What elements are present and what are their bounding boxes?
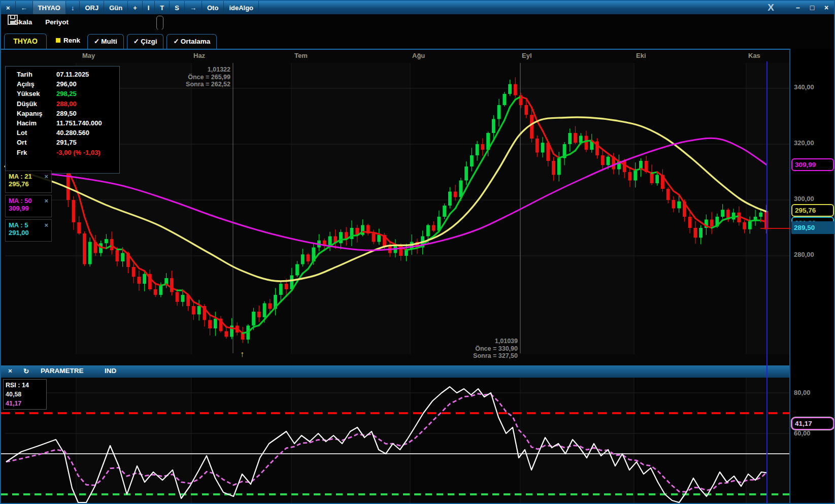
- idealgo-button[interactable]: ideAlgo: [224, 1, 259, 14]
- crosshair-cursor-line: [766, 61, 767, 504]
- main-toolbar: Skala Periyot: [1, 14, 834, 30]
- rsi-signal-value: 41,17: [6, 399, 44, 408]
- indicator-refresh-icon[interactable]: ↻: [23, 367, 29, 375]
- info-row: Frk-3,00 (% -1,03): [6, 148, 119, 157]
- t-button[interactable]: T: [155, 1, 170, 14]
- info-row: Yüksek298,25: [6, 89, 119, 98]
- price-chart-panel[interactable]: MayHazTemAğuEylEkiKas ↑ Tarih07.11.2025A…: [1, 49, 789, 366]
- price-tick: 280,00: [794, 251, 814, 258]
- close-window-icon[interactable]: ×: [1, 1, 16, 14]
- rsi-legend: RSI : 14 40,58 41,17: [3, 379, 47, 410]
- tab-thyao[interactable]: THYAO: [4, 33, 47, 49]
- legend-close-icon[interactable]: ×: [44, 221, 48, 229]
- rsi-chart[interactable]: [1, 378, 789, 504]
- info-row: Tarih07.11.2025: [6, 70, 119, 79]
- color-swatch-icon: [56, 38, 60, 43]
- app-logo: X: [767, 2, 774, 13]
- axis-separator: [789, 49, 790, 504]
- info-row: Açılış296,00: [6, 79, 119, 89]
- price-tick: 300,00: [794, 195, 814, 203]
- fib-annotation: 1,01039Önce = 330,90Sonra = 327,50: [447, 338, 518, 360]
- parametre-button[interactable]: PARAMETRE: [41, 367, 84, 375]
- orj-button[interactable]: ORJ: [80, 1, 104, 14]
- indicator-close-icon[interactable]: ×: [8, 367, 12, 375]
- tab-ortalama[interactable]: ✓Ortalama: [166, 34, 217, 49]
- toolbar-empty-box[interactable]: [156, 16, 163, 30]
- minimize-button[interactable]: –: [793, 4, 803, 12]
- info-row: Düşük288,00: [6, 99, 119, 109]
- price-axis-box: 295,76: [791, 204, 834, 217]
- rsi-axis-box: 41,17: [791, 417, 834, 430]
- legend-close-icon[interactable]: ×: [44, 173, 48, 180]
- plus-button[interactable]: +: [128, 1, 143, 14]
- fib-annotation: 1,01322Önce = 265,99Sonra = 262,52: [159, 66, 230, 88]
- periyot-button[interactable]: Periyot: [45, 18, 69, 26]
- back-icon[interactable]: ←: [16, 1, 33, 14]
- price-tick: 320,00: [794, 139, 814, 147]
- buy-signal-arrow-icon: ↑: [240, 350, 244, 358]
- price-axis-box: 289,50: [791, 221, 835, 234]
- info-row: Ort291,75: [6, 138, 119, 147]
- app-window: ×←THYAO↓ORJGün+ITS→OtoideAlgo X –□× Skal…: [0, 0, 835, 504]
- rsi-tick: 60,00: [794, 429, 811, 437]
- rsi-tick: 80,00: [794, 389, 811, 396]
- down-arrow-icon[interactable]: ↓: [66, 1, 80, 14]
- ma-5-legend: MA : 5291,00×: [5, 219, 52, 242]
- last-price-line: [760, 228, 791, 229]
- tab-multi[interactable]: ✓Multi: [87, 34, 124, 49]
- ma-50-legend: MA : 50309,99×: [5, 195, 52, 217]
- oto-button[interactable]: Oto: [202, 1, 224, 14]
- tab-cizgi[interactable]: ✓Çizgi: [127, 34, 164, 49]
- close-button[interactable]: ×: [822, 4, 831, 12]
- save-icon[interactable]: [7, 14, 18, 25]
- s-button[interactable]: S: [170, 1, 185, 14]
- info-row: Hacim11.751.740.000: [6, 118, 119, 128]
- indicator-header: × ↻ PARAMETRE IND: [1, 365, 789, 378]
- tabbar: THYAO Renk ✓Multi✓Çizgi✓Ortalama: [1, 29, 834, 49]
- price-axis-box: 309,99: [791, 158, 834, 171]
- rsi-panel[interactable]: RSI : 14 40,58 41,17: [1, 378, 789, 504]
- i-button[interactable]: I: [143, 1, 155, 14]
- rsi-period-label: RSI : 14: [6, 381, 44, 390]
- ind-button[interactable]: IND: [105, 367, 116, 375]
- forward-arrow-icon[interactable]: →: [185, 1, 202, 14]
- ma-21-legend: MA : 21295,76×: [5, 171, 52, 193]
- ohlc-info-box: Tarih07.11.2025Açılış296,00Yüksek298,25D…: [5, 66, 120, 174]
- symbol-tab[interactable]: THYAO: [33, 1, 66, 14]
- info-row: Lot40.280.560: [6, 128, 119, 138]
- rsi-value: 40,58: [6, 390, 44, 399]
- gun-button[interactable]: Gün: [104, 1, 128, 14]
- titlebar: ×←THYAO↓ORJGün+ITS→OtoideAlgo X –□×: [1, 1, 834, 14]
- maximize-button[interactable]: □: [808, 4, 817, 12]
- price-tick: 340,00: [794, 83, 814, 91]
- info-row: Kapanış289,50: [6, 109, 119, 118]
- legend-close-icon[interactable]: ×: [44, 197, 48, 205]
- price-axis: 340,00320,00300,00280,00309,99295,76291,…: [791, 49, 835, 504]
- renk-control[interactable]: Renk: [56, 37, 80, 44]
- renk-label: Renk: [63, 37, 80, 44]
